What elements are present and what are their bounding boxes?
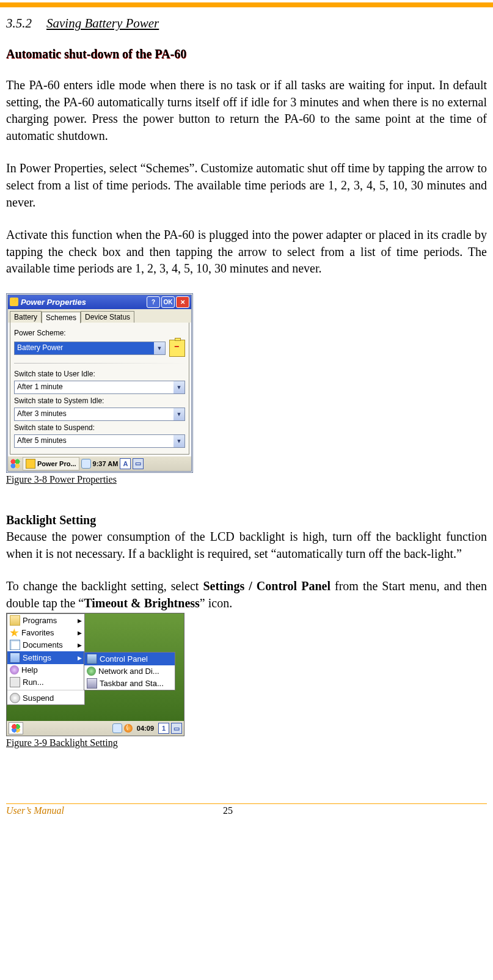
footer-page: 25 — [223, 805, 233, 816]
p-auto-shutdown-2: In Power Properties, select “Schemes”. C… — [6, 160, 487, 211]
start-item-programs[interactable]: Programs ▶ — [7, 614, 84, 627]
favorites-icon — [10, 628, 19, 637]
battery-icon — [169, 340, 185, 357]
programs-icon — [10, 615, 20, 626]
chevron-right-icon: ▶ — [78, 618, 82, 624]
desktop-icon[interactable]: ▭ — [133, 458, 144, 469]
system-idle-combo[interactable]: After 3 minutes ▼ — [14, 408, 185, 421]
window-titlebar: Power Properties ? OK ✕ — [8, 295, 191, 309]
suspend-label: Switch state to Suspend: — [14, 423, 185, 432]
chevron-down-icon: ▼ — [173, 408, 184, 420]
chevron-down-icon: ▼ — [154, 342, 165, 354]
start-item-favorites[interactable]: Favorites ▶ — [7, 627, 84, 638]
taskbar-clock[interactable]: 04:09 — [134, 724, 156, 733]
p-auto-shutdown-1: The PA-60 enters idle mode when there is… — [6, 77, 487, 144]
separator — [14, 363, 185, 364]
tray-bubble-icon[interactable] — [112, 723, 122, 733]
suspend-combo[interactable]: After 5 minutes ▼ — [14, 434, 185, 448]
start-separator — [7, 690, 84, 690]
tray-bubble-icon[interactable] — [81, 459, 91, 469]
chevron-down-icon: ▼ — [173, 381, 184, 393]
power-icon — [26, 459, 35, 469]
help-button[interactable]: ? — [147, 296, 160, 308]
start-label-run: Run... — [23, 678, 44, 687]
start-item-help[interactable]: Help — [7, 664, 84, 676]
figure-caption-1: Figure 3-8 Power Properties — [6, 474, 487, 485]
taskbar-app[interactable]: Power Pro... — [23, 457, 79, 470]
start-label-help: Help — [21, 665, 38, 675]
taskbar: Power Pro... 9:37 AM A ▭ — [8, 456, 191, 471]
submenu-label-cp: Control Panel — [100, 654, 148, 664]
start-label-settings: Settings — [23, 653, 51, 662]
start-icon[interactable] — [10, 458, 21, 469]
section-number: 3.5.2 — [6, 16, 32, 31]
taskbar-app-label: Power Pro... — [37, 460, 76, 467]
taskbar-settings-icon — [87, 678, 97, 689]
system-idle-value: After 3 minutes — [15, 408, 173, 420]
tray-wireless-icon[interactable] — [124, 724, 133, 733]
p-backlight-1: Because the power consumption of the LCD… — [6, 528, 487, 562]
submenu-item-control-panel[interactable]: Control Panel — [84, 653, 175, 665]
p-backlight-2e: ” icon. — [200, 596, 232, 610]
desktop-icon[interactable]: ▭ — [171, 723, 182, 734]
section-heading: 3.5.2 Saving Battery Power — [6, 16, 487, 31]
control-panel-icon — [87, 654, 97, 664]
taskbar: 04:09 1 ▭ — [7, 721, 184, 736]
settings-icon — [10, 653, 20, 663]
tab-strip: Battery Schemes Device Status — [8, 309, 191, 323]
user-idle-value: After 1 minute — [15, 381, 173, 393]
p-backlight-2: To change the backlight setting, select … — [6, 578, 487, 612]
subhead-backlight: Backlight Setting — [6, 513, 487, 527]
help-icon — [10, 665, 19, 675]
user-idle-combo[interactable]: After 1 minute ▼ — [14, 381, 185, 394]
user-idle-label: Switch state to User Idle: — [14, 370, 185, 378]
chevron-right-icon: ▶ — [78, 655, 82, 661]
p-backlight-2a: To change the backlight setting, select — [6, 579, 203, 593]
network-icon — [87, 667, 96, 676]
power-scheme-combo[interactable]: Battery Power ▼ — [14, 342, 166, 355]
documents-icon — [10, 640, 20, 650]
top-rule — [0, 2, 493, 7]
submenu-label-net: Network and Di... — [98, 667, 159, 676]
p-backlight-2d: Timeout & Brightness — [84, 596, 200, 610]
start-label-documents: Documents — [23, 640, 63, 649]
power-scheme-value: Battery Power — [15, 342, 154, 354]
section-title: Saving Battery Power — [46, 16, 159, 31]
tab-body: Power Scheme: Battery Power ▼ Switch sta… — [10, 323, 189, 455]
input-indicator[interactable]: A — [120, 458, 131, 469]
tab-schemes[interactable]: Schemes — [42, 312, 81, 323]
screenshot-power-properties: Power Properties ? OK ✕ Battery Schemes … — [6, 293, 193, 473]
footer: User’s Manual 25 — [6, 804, 487, 821]
system-idle-label: Switch state to System Idle: — [14, 397, 185, 405]
screenshot-start-menu: Programs ▶ Favorites ▶ Documents ▶ Setti… — [6, 613, 184, 736]
start-item-run[interactable]: Run... — [7, 676, 84, 689]
submenu-item-taskbar[interactable]: Taskbar and Sta... — [84, 677, 175, 690]
submenu-item-network[interactable]: Network and Di... — [84, 665, 175, 677]
start-label-programs: Programs — [23, 616, 57, 625]
chevron-right-icon: ▶ — [78, 642, 82, 648]
taskbar-clock[interactable]: 9:37 AM — [93, 460, 119, 467]
input-indicator[interactable]: 1 — [158, 723, 169, 734]
tab-device-status[interactable]: Device Status — [81, 311, 134, 323]
figure-caption-2: Figure 3-9 Backlight Setting — [6, 737, 487, 748]
p-backlight-2b: Settings / Control Panel — [203, 579, 330, 593]
power-scheme-label: Power Scheme: — [14, 329, 185, 337]
suspend-value: After 5 minutes — [15, 435, 173, 447]
chevron-down-icon: ▼ — [173, 435, 184, 447]
ok-button[interactable]: OK — [161, 296, 175, 308]
start-label-favorites: Favorites — [21, 628, 54, 637]
start-item-settings[interactable]: Settings ▶ — [7, 651, 84, 664]
subhead-auto-shutdown: Automatic shut-down of the PA-60 — [6, 47, 487, 61]
start-item-suspend[interactable]: Suspend — [7, 692, 84, 704]
close-button[interactable]: ✕ — [176, 296, 189, 308]
footer-label: User’s Manual — [6, 805, 64, 816]
run-icon — [10, 677, 20, 687]
start-icon — [12, 724, 20, 733]
p-auto-shutdown-3: Activate this function when the PA-60 is… — [6, 227, 487, 277]
start-item-documents[interactable]: Documents ▶ — [7, 638, 84, 651]
tab-battery[interactable]: Battery — [10, 311, 42, 323]
start-menu: Programs ▶ Favorites ▶ Documents ▶ Setti… — [7, 613, 85, 705]
settings-submenu: Control Panel Network and Di... Taskbar … — [84, 652, 175, 690]
start-label-suspend: Suspend — [23, 693, 54, 703]
start-button[interactable] — [9, 722, 23, 734]
